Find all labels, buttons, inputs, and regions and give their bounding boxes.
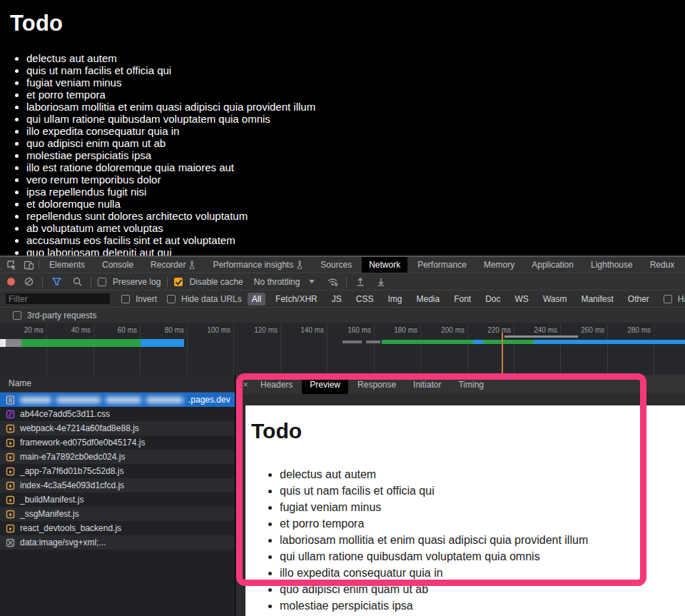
export-har-icon[interactable] bbox=[374, 276, 388, 288]
todo-item: quis ut nam facilis et officia qui bbox=[280, 483, 685, 499]
tab-performance-insights[interactable]: Performance insights bbox=[206, 257, 310, 273]
waterfall-bar bbox=[366, 340, 380, 343]
gridline bbox=[140, 323, 141, 375]
has-blocked-cookies-checkbox[interactable] bbox=[664, 295, 672, 303]
gridline bbox=[280, 323, 281, 375]
tab-elements[interactable]: Elements bbox=[42, 257, 92, 273]
request-row[interactable]: index-4c3a54e093d1cfcd.js bbox=[0, 478, 235, 493]
todo-item: illo expedita consequatur quia in bbox=[280, 565, 685, 581]
gridline bbox=[46, 323, 47, 375]
todo-item: laboriosam mollitia et enim quasi adipis… bbox=[26, 101, 685, 113]
filter-type-manifest[interactable]: Manifest bbox=[577, 293, 617, 306]
hide-data-urls-label[interactable]: Hide data URLs bbox=[181, 294, 242, 304]
filter-type-other[interactable]: Other bbox=[624, 293, 654, 306]
todo-item: accusamus eos facilis sint et aut volupt… bbox=[26, 234, 685, 246]
close-icon[interactable]: × bbox=[240, 379, 251, 390]
filter-type-ws[interactable]: WS bbox=[511, 293, 533, 306]
todo-item: qui ullam ratione quibusdam voluptatem q… bbox=[26, 113, 685, 125]
tab-headers[interactable]: Headers bbox=[253, 375, 300, 394]
request-row[interactable]: _buildManifest.js bbox=[0, 493, 235, 507]
gridline bbox=[93, 323, 94, 375]
filter-input[interactable] bbox=[6, 293, 110, 304]
chevron-down-icon[interactable] bbox=[309, 280, 315, 283]
request-row[interactable]: _app-7a7f6d01b75c52d8.js bbox=[0, 464, 235, 478]
tab-console[interactable]: Console bbox=[95, 257, 141, 273]
waterfall-bar bbox=[342, 340, 362, 343]
tab-lighthouse[interactable]: Lighthouse bbox=[584, 257, 640, 273]
name-column-header[interactable]: Name bbox=[0, 375, 235, 393]
js-file-icon bbox=[6, 510, 15, 519]
disable-cache-label[interactable]: Disable cache bbox=[189, 277, 243, 287]
network-conditions-icon[interactable] bbox=[325, 276, 340, 288]
invert-label[interactable]: Invert bbox=[136, 294, 157, 304]
document-icon bbox=[6, 395, 15, 405]
web-page: Todo delectus aut autem quis ut nam faci… bbox=[0, 0, 685, 256]
waterfall-bar bbox=[382, 340, 534, 344]
tab-preview[interactable]: Preview bbox=[302, 375, 348, 394]
hide-data-urls-checkbox[interactable] bbox=[167, 295, 176, 303]
third-party-checkbox[interactable] bbox=[13, 311, 21, 320]
tab-application[interactable]: Application bbox=[524, 257, 581, 273]
waterfall-bar bbox=[534, 340, 685, 344]
divider bbox=[39, 260, 39, 270]
request-row[interactable]: main-e7a7892cb0edc024.js bbox=[0, 450, 235, 464]
filter-type-doc[interactable]: Doc bbox=[481, 293, 504, 306]
invert-checkbox[interactable] bbox=[121, 295, 130, 303]
redacted-request-name: .pages.dev bbox=[20, 395, 230, 405]
tab-memory[interactable]: Memory bbox=[477, 257, 522, 273]
record-network-log-button[interactable] bbox=[7, 278, 15, 286]
request-row[interactable]: _ssgManifest.js bbox=[0, 507, 235, 521]
todo-item: fugiat veniam minus bbox=[26, 76, 685, 89]
tab-redux[interactable]: Redux bbox=[643, 257, 682, 273]
todo-item: quis ut nam facilis et officia qui bbox=[26, 64, 685, 76]
tab-recorder[interactable]: Recorder bbox=[143, 257, 203, 273]
request-row[interactable]: webpack-4e7214a60fad8e88.js bbox=[0, 421, 235, 435]
filter-type-all[interactable]: All bbox=[248, 293, 265, 306]
request-row[interactable]: react_devtools_backend.js bbox=[0, 521, 235, 535]
preserve-log-label[interactable]: Preserve log bbox=[113, 277, 161, 287]
js-file-icon bbox=[6, 424, 15, 433]
has-blocked-cookies-label[interactable]: Has blocked cookies bbox=[678, 294, 685, 304]
preserve-log-checkbox[interactable] bbox=[98, 278, 106, 286]
time-tick: 220 ms bbox=[475, 326, 511, 334]
filter-type-font[interactable]: Font bbox=[450, 293, 475, 306]
time-tick: 20 ms bbox=[8, 326, 44, 334]
third-party-label[interactable]: 3rd-party requests bbox=[27, 310, 96, 320]
todo-item: fugiat veniam minus bbox=[280, 499, 685, 515]
request-row[interactable]: framework-ed075df0e0b45174.js bbox=[0, 435, 235, 450]
todo-item: vero rerum temporibus dolor bbox=[26, 173, 685, 186]
todo-item: quo adipisci enim quam ut ab bbox=[26, 137, 685, 149]
tab-performance[interactable]: Performance bbox=[410, 257, 474, 273]
load-event-marker bbox=[502, 333, 503, 375]
time-tick: 40 ms bbox=[55, 326, 91, 334]
filter-type-js[interactable]: JS bbox=[328, 293, 346, 306]
preview-content: Todo delectus aut autem quis ut nam faci… bbox=[245, 405, 685, 616]
time-tick: 120 ms bbox=[242, 326, 278, 334]
tab-timing[interactable]: Timing bbox=[450, 375, 492, 394]
tab-sources[interactable]: Sources bbox=[313, 257, 359, 273]
device-toolbar-icon[interactable] bbox=[21, 258, 36, 271]
disable-cache-checkbox[interactable] bbox=[174, 278, 183, 286]
search-icon[interactable] bbox=[70, 276, 84, 288]
request-row[interactable]: ab44ce7add5c3d11.css bbox=[0, 407, 235, 421]
gridline bbox=[607, 323, 608, 375]
import-har-icon[interactable] bbox=[353, 276, 367, 288]
todo-item: quo adipisci enim quam ut ab bbox=[280, 581, 685, 597]
filter-type-fetch-xhr[interactable]: Fetch/XHR bbox=[271, 293, 322, 306]
filter-type-wasm[interactable]: Wasm bbox=[539, 293, 572, 306]
network-overview[interactable]: 20 ms 40 ms 60 ms 80 ms 100 ms 120 ms 14… bbox=[0, 323, 685, 375]
throttling-select[interactable]: No throttling bbox=[254, 277, 300, 287]
flask-icon bbox=[296, 261, 303, 269]
filter-funnel-icon[interactable] bbox=[49, 276, 64, 288]
clear-icon[interactable] bbox=[21, 276, 36, 288]
request-row[interactable]: .pages.dev bbox=[0, 393, 235, 407]
tab-network[interactable]: Network bbox=[362, 257, 407, 273]
request-row[interactable]: data:image/svg+xml;... bbox=[0, 535, 235, 550]
filter-type-img[interactable]: Img bbox=[383, 293, 406, 306]
filter-type-css[interactable]: CSS bbox=[352, 293, 378, 306]
flask-icon bbox=[188, 261, 196, 269]
tab-initiator[interactable]: Initiator bbox=[405, 375, 449, 394]
tab-response[interactable]: Response bbox=[350, 375, 404, 394]
filter-type-media[interactable]: Media bbox=[412, 293, 444, 306]
inspect-element-icon[interactable] bbox=[4, 258, 19, 271]
